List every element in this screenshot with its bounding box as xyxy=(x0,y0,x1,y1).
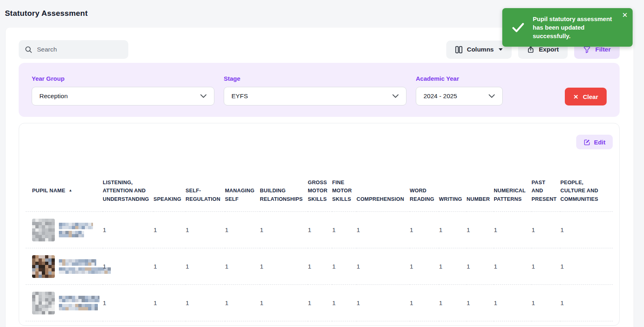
assessment-value-cell: 1 xyxy=(357,212,410,248)
table-body: 1111111111111111111111111111111111111111… xyxy=(26,212,613,321)
clear-button-label: Clear xyxy=(583,93,598,100)
stage-select[interactable]: EYFS xyxy=(224,87,406,105)
assessment-value-cell: 1 xyxy=(225,212,260,248)
pupil-row: 11111111111111 xyxy=(26,285,613,321)
sort-asc-icon: ▲ xyxy=(69,188,72,192)
column-header[interactable]: BUILDING RELATIONSHIPS xyxy=(260,170,308,212)
table-header-row: PUPIL NAME▲LISTENING, ATTENTION AND UNDE… xyxy=(26,170,613,212)
assessment-value-cell: 1 xyxy=(260,248,308,285)
assessment-value-cell: 1 xyxy=(560,285,613,321)
check-icon xyxy=(512,23,524,32)
assessment-value-cell: 1 xyxy=(308,285,332,321)
assessment-value-cell: 1 xyxy=(560,248,613,285)
column-header[interactable]: SELF-REGULATION xyxy=(186,170,225,212)
pupil-name-redacted xyxy=(59,296,99,310)
assessment-value-cell: 1 xyxy=(225,248,260,285)
column-header-pupil-name[interactable]: PUPIL NAME▲ xyxy=(26,170,103,212)
filter-button-label: Filter xyxy=(595,46,611,53)
column-header[interactable]: PAST AND PRESENT xyxy=(532,170,560,212)
columns-icon xyxy=(455,46,462,54)
academic-year-value: 2024 - 2025 xyxy=(424,93,457,100)
assessment-value-cell: 1 xyxy=(494,248,532,285)
assessment-table: PUPIL NAME▲LISTENING, ATTENTION AND UNDE… xyxy=(26,170,613,321)
assessment-value-cell: 1 xyxy=(467,285,494,321)
assessment-value-cell: 1 xyxy=(332,212,357,248)
column-header[interactable]: NUMBER xyxy=(467,170,494,212)
assessment-value-cell: 1 xyxy=(532,248,560,285)
assessment-value-cell: 1 xyxy=(103,285,153,321)
success-toast: Pupil statutory assessment has been upda… xyxy=(502,8,633,47)
column-header[interactable]: GROSS MOTOR SKILLS xyxy=(308,170,332,212)
stage-value: EYFS xyxy=(231,93,248,100)
column-header[interactable]: FINE MOTOR SKILLS xyxy=(332,170,357,212)
assessment-value-cell: 1 xyxy=(439,285,467,321)
column-header[interactable]: PEOPLE, CULTURE AND COMMUNITIES xyxy=(560,170,613,212)
export-button-label: Export xyxy=(539,46,559,53)
columns-button[interactable]: Columns xyxy=(446,41,512,59)
column-header[interactable]: COMPREHENSION xyxy=(357,170,410,212)
assessment-value-cell: 1 xyxy=(560,212,613,248)
clear-x-icon: ✕ xyxy=(573,94,579,100)
column-header[interactable]: NUMERICAL PATTERNS xyxy=(494,170,532,212)
assessment-value-cell: 1 xyxy=(103,212,153,248)
filter-panel: Year Group Reception Stage EYFS Academic… xyxy=(19,63,620,117)
assessment-value-cell: 1 xyxy=(153,285,186,321)
pupil-name-cell xyxy=(26,248,103,285)
pupil-avatar xyxy=(32,255,55,278)
assessment-value-cell: 1 xyxy=(308,212,332,248)
academic-year-label: Academic Year xyxy=(416,75,503,82)
academic-year-select[interactable]: 2024 - 2025 xyxy=(416,87,503,105)
caret-down-icon xyxy=(499,48,503,51)
close-icon[interactable]: ✕ xyxy=(622,12,628,19)
assessment-value-cell: 1 xyxy=(225,285,260,321)
chevron-down-icon xyxy=(392,94,399,98)
edit-button[interactable]: Edit xyxy=(576,135,613,149)
assessment-value-cell: 1 xyxy=(467,248,494,285)
assessment-value-cell: 1 xyxy=(439,248,467,285)
assessment-value-cell: 1 xyxy=(532,285,560,321)
pupil-name-cell xyxy=(26,285,103,321)
assessment-value-cell: 1 xyxy=(494,212,532,248)
year-group-select[interactable]: Reception xyxy=(32,87,214,105)
page-title: Statutory Assessment xyxy=(5,9,88,18)
assessment-value-cell: 1 xyxy=(186,248,225,285)
pupil-name-cell xyxy=(26,212,103,248)
assessment-value-cell: 1 xyxy=(467,212,494,248)
filter-field-academic-year: Academic Year 2024 - 2025 xyxy=(416,75,503,105)
assessment-value-cell: 1 xyxy=(260,285,308,321)
assessment-value-cell: 1 xyxy=(332,248,357,285)
stage-label: Stage xyxy=(224,75,406,82)
column-header-label: PUPIL NAME xyxy=(32,187,65,194)
search-input[interactable] xyxy=(37,46,122,53)
assessment-value-cell: 1 xyxy=(494,285,532,321)
filter-field-stage: Stage EYFS xyxy=(224,75,406,105)
assessment-value-cell: 1 xyxy=(439,212,467,248)
assessment-value-cell: 1 xyxy=(357,248,410,285)
assessment-value-cell: 1 xyxy=(410,212,439,248)
search-box[interactable] xyxy=(19,40,128,59)
column-header[interactable]: WORD READING xyxy=(410,170,439,212)
assessment-value-cell: 1 xyxy=(153,212,186,248)
column-header[interactable]: WRITING xyxy=(439,170,467,212)
assessment-value-cell: 1 xyxy=(532,212,560,248)
toast-message: Pupil statutory assessment has been upda… xyxy=(533,15,616,40)
year-group-value: Reception xyxy=(39,93,68,100)
assessment-value-cell: 1 xyxy=(410,248,439,285)
assessment-value-cell: 1 xyxy=(186,212,225,248)
chevron-down-icon xyxy=(200,94,207,98)
pupil-avatar xyxy=(32,292,55,314)
export-icon xyxy=(527,46,534,53)
funnel-icon xyxy=(583,46,591,54)
main-card: Columns Export xyxy=(6,28,633,327)
assessment-value-cell: 1 xyxy=(186,285,225,321)
pupil-row: 11111111111111 xyxy=(26,248,613,285)
pupil-name-redacted xyxy=(59,223,93,237)
assessment-value-cell: 1 xyxy=(332,285,357,321)
column-header[interactable]: MANAGING SELF xyxy=(225,170,260,212)
assessment-value-cell: 1 xyxy=(308,248,332,285)
filter-field-year-group: Year Group Reception xyxy=(32,75,214,105)
column-header[interactable]: SPEAKING xyxy=(153,170,186,212)
clear-button[interactable]: ✕ Clear xyxy=(565,88,607,105)
assessment-value-cell: 1 xyxy=(357,285,410,321)
column-header[interactable]: LISTENING, ATTENTION AND UNDERSTANDING xyxy=(103,170,153,212)
